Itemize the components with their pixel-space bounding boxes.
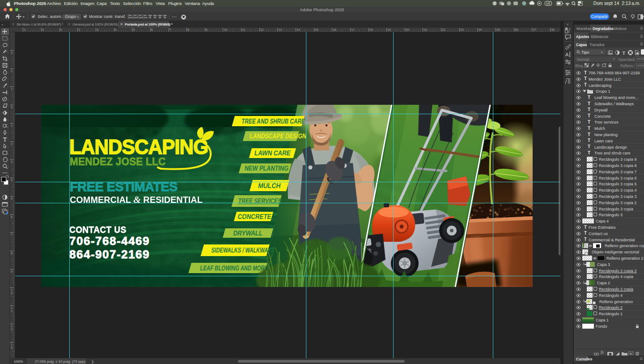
svg-text:A: A bbox=[565, 52, 569, 57]
svg-text:T: T bbox=[623, 50, 626, 55]
svg-text:US: US bbox=[547, 2, 551, 5]
